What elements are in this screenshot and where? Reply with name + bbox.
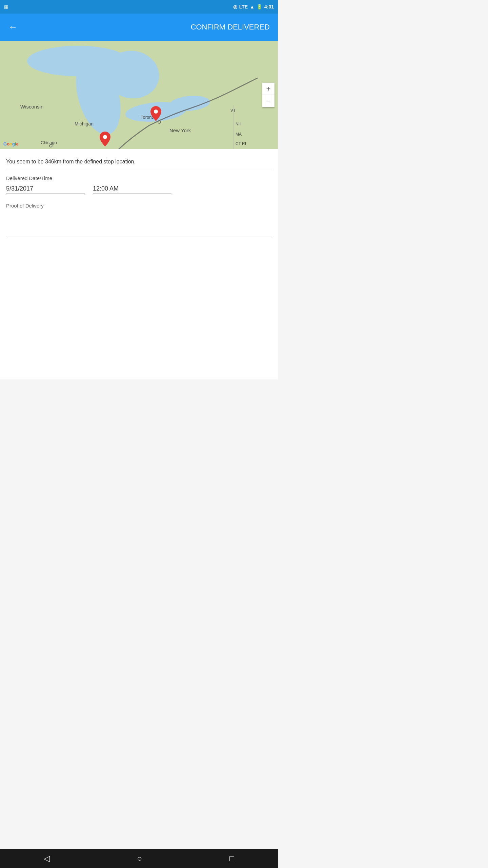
time-display: 4:01 [264,4,274,9]
content-area: You seem to be 346km from the defined st… [0,149,278,379]
location-message: You seem to be 346km from the defined st… [6,155,272,169]
delivered-datetime-label: Delivered Date/Time [6,169,272,185]
status-bar: ▦ ◎ LTE ▲ 🔋 4:01 [0,0,278,14]
proof-of-delivery-label: Proof of Delivery [6,195,272,212]
svg-text:NH: NH [236,122,241,126]
svg-text:VT: VT [230,108,236,113]
status-bar-left: ▦ [4,4,8,9]
back-icon: ← [8,22,18,33]
svg-text:CT: CT [236,141,241,146]
page-title: CONFIRM DELIVERED [191,23,272,32]
svg-point-22 [154,110,158,114]
time-input[interactable] [93,185,171,194]
svg-point-23 [103,135,107,139]
svg-text:New York: New York [169,127,191,133]
google-logo: Google [3,141,19,146]
date-input[interactable] [6,185,85,194]
svg-point-3 [27,46,129,76]
back-button[interactable]: ← [5,19,20,35]
lte-indicator: LTE [239,4,248,9]
date-time-row [6,185,272,195]
svg-text:Chicago: Chicago [41,140,57,145]
location-icon: ◎ [233,4,237,9]
map-zoom-controls[interactable]: + − [262,83,274,107]
signal-icon: ▲ [250,4,255,9]
zoom-out-button[interactable]: − [262,95,274,107]
sim-icon: ▦ [4,4,8,9]
battery-icon: 🔋 [257,4,262,9]
proof-of-delivery-input[interactable] [6,212,272,237]
status-bar-right: ◎ LTE ▲ 🔋 4:01 [233,4,274,9]
svg-text:Michigan: Michigan [75,121,94,126]
svg-text:RI: RI [242,141,246,146]
app-bar: ← CONFIRM DELIVERED [0,14,278,41]
content-spacer [6,238,272,374]
svg-text:MA: MA [236,132,242,137]
map-view[interactable]: Wisconsin Michigan Chicago Illinois Ohio… [0,41,278,149]
svg-text:Wisconsin: Wisconsin [20,104,43,110]
zoom-in-button[interactable]: + [262,83,274,95]
